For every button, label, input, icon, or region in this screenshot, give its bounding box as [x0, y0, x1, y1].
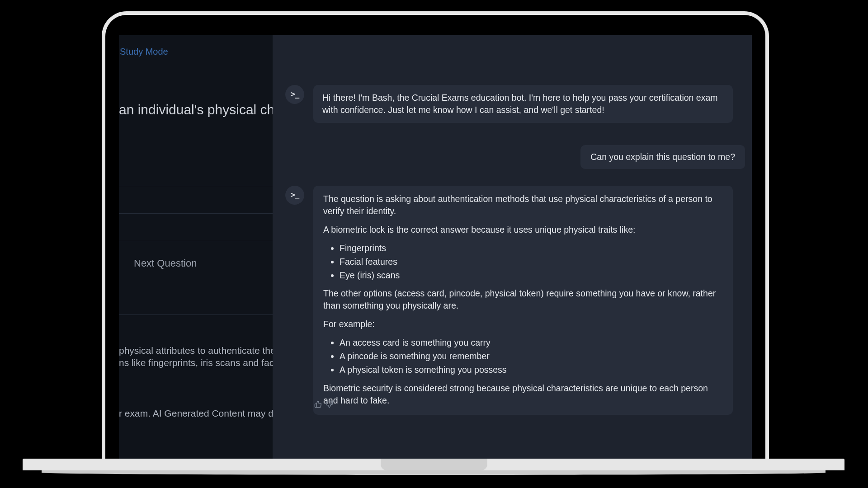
user-message: Can you explain this question to me?	[580, 145, 745, 169]
thumbs-down-icon[interactable]	[326, 399, 333, 411]
answer-list: Fingerprints Facial features Eye (iris) …	[333, 242, 723, 282]
chat-panel: >_ Hi there! I'm Bash, the Crucial Exams…	[273, 35, 752, 461]
study-panel: Study Mode an individual's physical cha …	[119, 35, 273, 461]
answer-paragraph: A biometric lock is the correct answer b…	[323, 224, 723, 236]
terminal-icon: >_	[291, 89, 299, 99]
section-divider	[119, 314, 273, 315]
answer-option[interactable]	[119, 214, 273, 241]
message-bubble: The question is asking about authenticat…	[313, 186, 733, 415]
bot-avatar: >_	[285, 85, 304, 104]
ai-disclaimer-text: r exam. AI Generated Content may displ	[119, 408, 273, 419]
answer-list: An access card is something you carry A …	[333, 337, 723, 376]
answer-option[interactable]	[119, 159, 273, 186]
list-item: A physical token is something you posses…	[340, 364, 723, 376]
question-text: an individual's physical cha	[119, 102, 273, 117]
answer-paragraph: The question is asking about authenticat…	[323, 193, 723, 217]
list-item: An access card is something you carry	[340, 337, 723, 349]
message-bubble: Can you explain this question to me?	[580, 145, 745, 169]
answer-options	[119, 159, 273, 241]
answer-option[interactable]	[119, 186, 273, 214]
message-bubble: Hi there! I'm Bash, the Crucial Exams ed…	[313, 85, 733, 123]
bot-message: >_ Hi there! I'm Bash, the Crucial Exams…	[285, 85, 737, 123]
explanation-text: physical attributes to authenticate them…	[119, 345, 273, 356]
bot-message: >_ The question is asking about authenti…	[285, 186, 737, 415]
terminal-icon: >_	[291, 190, 299, 200]
message-text: Hi there! I'm Bash, the Crucial Exams ed…	[322, 93, 718, 115]
message-text: Can you explain this question to me?	[590, 152, 735, 162]
list-item: Fingerprints	[340, 242, 723, 254]
explanation-text: ns like fingerprints, iris scans and fac…	[119, 357, 273, 368]
laptop-notch	[381, 459, 487, 470]
answer-paragraph: Biometric security is considered strong …	[323, 382, 723, 407]
list-item: Eye (iris) scans	[340, 269, 723, 282]
next-question-button[interactable]: Next Question	[134, 258, 197, 269]
list-item: Facial features	[340, 256, 723, 268]
thumbs-up-icon[interactable]	[314, 399, 322, 411]
list-item: A pincode is something you remember	[340, 350, 723, 362]
app-screen: Study Mode an individual's physical cha …	[119, 35, 752, 461]
answer-paragraph: The other options (access card, pincode,…	[323, 287, 723, 312]
study-mode-link[interactable]: Study Mode	[120, 47, 168, 57]
bot-avatar: >_	[285, 186, 304, 205]
laptop-frame: Study Mode an individual's physical cha …	[102, 11, 769, 461]
answer-paragraph: For example:	[323, 318, 723, 330]
feedback-controls	[314, 399, 333, 411]
laptop-foot	[42, 470, 826, 475]
